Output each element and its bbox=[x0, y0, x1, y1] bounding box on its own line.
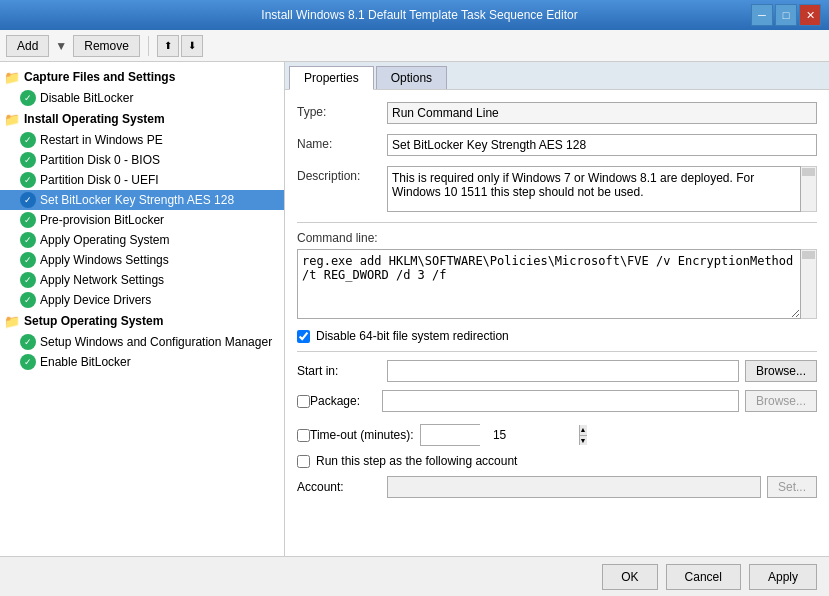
tab-bar: Properties Options bbox=[285, 62, 829, 90]
tree-group-install-os-label: Install Operating System bbox=[24, 112, 165, 126]
browse-button-1[interactable]: Browse... bbox=[745, 360, 817, 382]
tree-item-setup-configmgr[interactable]: ✓ Setup Windows and Configuration Manage… bbox=[0, 332, 284, 352]
package-label: Package: bbox=[310, 394, 382, 408]
check-icon-2-7: ✓ bbox=[20, 252, 36, 268]
tree-item-label-2-4: Set BitLocker Key Strength AES 128 bbox=[40, 193, 234, 207]
package-checkbox[interactable] bbox=[297, 395, 310, 408]
tree-item-apply-windows[interactable]: ✓ Apply Windows Settings bbox=[0, 250, 284, 270]
check-icon-2-8: ✓ bbox=[20, 272, 36, 288]
right-panel: Properties Options Type: Name: Descripti… bbox=[285, 62, 829, 556]
commandline-scrollbar bbox=[801, 249, 817, 319]
check-icon-2-3: ✓ bbox=[20, 172, 36, 188]
folder-icon-2: 📁 bbox=[4, 111, 20, 127]
tree-item-restart-pe[interactable]: ✓ Restart in Windows PE bbox=[0, 130, 284, 150]
timeout-row: Time-out (minutes): ▲ ▼ bbox=[297, 424, 817, 446]
check-icon-3-1: ✓ bbox=[20, 334, 36, 350]
type-input[interactable] bbox=[387, 102, 817, 124]
window-title: Install Windows 8.1 Default Template Tas… bbox=[88, 8, 751, 22]
cancel-button[interactable]: Cancel bbox=[666, 564, 741, 590]
toolbar: Add ▼ Remove ⬆ ⬇ bbox=[0, 30, 829, 62]
set-button: Set... bbox=[767, 476, 817, 498]
tree-item-label-2-6: Apply Operating System bbox=[40, 233, 169, 247]
command-line-wrapper: reg.exe add HKLM\SOFTWARE\Policies\Micro… bbox=[297, 249, 817, 319]
tree-item-label-2-9: Apply Device Drivers bbox=[40, 293, 151, 307]
type-row: Type: bbox=[297, 102, 817, 124]
tree-item-apply-network[interactable]: ✓ Apply Network Settings bbox=[0, 270, 284, 290]
run-as-checkbox[interactable] bbox=[297, 455, 310, 468]
disable-redirect-checkbox[interactable] bbox=[297, 330, 310, 343]
tree-item-label-2-3: Partition Disk 0 - UEFI bbox=[40, 173, 159, 187]
minimize-button[interactable]: ─ bbox=[751, 4, 773, 26]
tree-group-setup-os[interactable]: 📁 Setup Operating System bbox=[0, 310, 284, 332]
tree-item-setbitlocker[interactable]: ✓ Set BitLocker Key Strength AES 128 bbox=[0, 190, 284, 210]
check-icon-1: ✓ bbox=[20, 90, 36, 106]
check-icon-2-1: ✓ bbox=[20, 132, 36, 148]
tree-group-capture-label: Capture Files and Settings bbox=[24, 70, 175, 84]
folder-icon-3: 📁 bbox=[4, 313, 20, 329]
command-line-input[interactable]: reg.exe add HKLM\SOFTWARE\Policies\Micro… bbox=[297, 249, 801, 319]
apply-button[interactable]: Apply bbox=[749, 564, 817, 590]
tree-item-enable-bitlocker[interactable]: ✓ Enable BitLocker bbox=[0, 352, 284, 372]
tree-item-partition-bios[interactable]: ✓ Partition Disk 0 - BIOS bbox=[0, 150, 284, 170]
tree-group-capture[interactable]: 📁 Capture Files and Settings bbox=[0, 66, 284, 88]
tree-item-apply-drivers[interactable]: ✓ Apply Device Drivers bbox=[0, 290, 284, 310]
name-label: Name: bbox=[297, 134, 387, 151]
account-input bbox=[387, 476, 761, 498]
tree-item-label-3-2: Enable BitLocker bbox=[40, 355, 131, 369]
timeout-checkbox[interactable] bbox=[297, 429, 310, 442]
description-row: Description: This is required only if Wi… bbox=[297, 166, 817, 212]
browse-button-2: Browse... bbox=[745, 390, 817, 412]
tree-item-partition-uefi[interactable]: ✓ Partition Disk 0 - UEFI bbox=[0, 170, 284, 190]
check-icon-3-2: ✓ bbox=[20, 354, 36, 370]
close-button[interactable]: ✕ bbox=[799, 4, 821, 26]
timeout-label: Time-out (minutes): bbox=[310, 428, 414, 442]
remove-button[interactable]: Remove bbox=[73, 35, 140, 57]
tree-item-apply-os[interactable]: ✓ Apply Operating System bbox=[0, 230, 284, 250]
tree-group-install-os[interactable]: 📁 Install Operating System bbox=[0, 108, 284, 130]
name-input[interactable] bbox=[387, 134, 817, 156]
tree-item-label-2-1: Restart in Windows PE bbox=[40, 133, 163, 147]
toolbar-icon-1[interactable]: ⬆ bbox=[157, 35, 179, 57]
folder-icon-1: 📁 bbox=[4, 69, 20, 85]
tree-item-preprovision[interactable]: ✓ Pre-provision BitLocker bbox=[0, 210, 284, 230]
package-row: Package: Browse... bbox=[297, 390, 817, 412]
description-wrapper: This is required only if Windows 7 or Wi… bbox=[387, 166, 817, 212]
check-icon-2-2: ✓ bbox=[20, 152, 36, 168]
tree-item-label-3-1: Setup Windows and Configuration Manager bbox=[40, 335, 272, 349]
restore-button[interactable]: □ bbox=[775, 4, 797, 26]
title-bar: Install Windows 8.1 Default Template Tas… bbox=[0, 0, 829, 30]
toolbar-icon-2[interactable]: ⬇ bbox=[181, 35, 203, 57]
run-as-row: Run this step as the following account bbox=[297, 454, 817, 468]
tab-options[interactable]: Options bbox=[376, 66, 447, 89]
spinner-up[interactable]: ▲ bbox=[580, 425, 587, 435]
start-in-input[interactable] bbox=[387, 360, 739, 382]
tree-item-label-2-8: Apply Network Settings bbox=[40, 273, 164, 287]
spinner-down[interactable]: ▼ bbox=[580, 435, 587, 446]
divider-2 bbox=[297, 351, 817, 352]
disable-redirect-label: Disable 64-bit file system redirection bbox=[316, 329, 509, 343]
account-row: Account: Set... bbox=[297, 476, 817, 498]
name-row: Name: bbox=[297, 134, 817, 156]
timeout-input[interactable] bbox=[421, 425, 579, 445]
start-in-label: Start in: bbox=[297, 364, 387, 378]
tab-properties[interactable]: Properties bbox=[289, 66, 374, 90]
ok-button[interactable]: OK bbox=[602, 564, 657, 590]
package-input[interactable] bbox=[382, 390, 739, 412]
toolbar-separator: ▼ bbox=[55, 39, 67, 53]
left-tree-panel: 📁 Capture Files and Settings ✓ Disable B… bbox=[0, 62, 285, 556]
check-icon-2-6: ✓ bbox=[20, 232, 36, 248]
add-button[interactable]: Add bbox=[6, 35, 49, 57]
check-icon-2-9: ✓ bbox=[20, 292, 36, 308]
tree-item-label-2-2: Partition Disk 0 - BIOS bbox=[40, 153, 160, 167]
account-label: Account: bbox=[297, 480, 387, 494]
description-text[interactable]: This is required only if Windows 7 or Wi… bbox=[387, 166, 801, 212]
toolbar-divider bbox=[148, 36, 149, 56]
window-controls: ─ □ ✕ bbox=[751, 4, 821, 26]
description-label: Description: bbox=[297, 166, 387, 183]
start-in-row: Start in: Browse... bbox=[297, 360, 817, 382]
tree-item-label-2-7: Apply Windows Settings bbox=[40, 253, 169, 267]
tree-item-disable-bitlocker[interactable]: ✓ Disable BitLocker bbox=[0, 88, 284, 108]
command-line-label: Command line: bbox=[297, 231, 817, 245]
tree-group-setup-os-label: Setup Operating System bbox=[24, 314, 163, 328]
description-scrollbar bbox=[801, 166, 817, 212]
